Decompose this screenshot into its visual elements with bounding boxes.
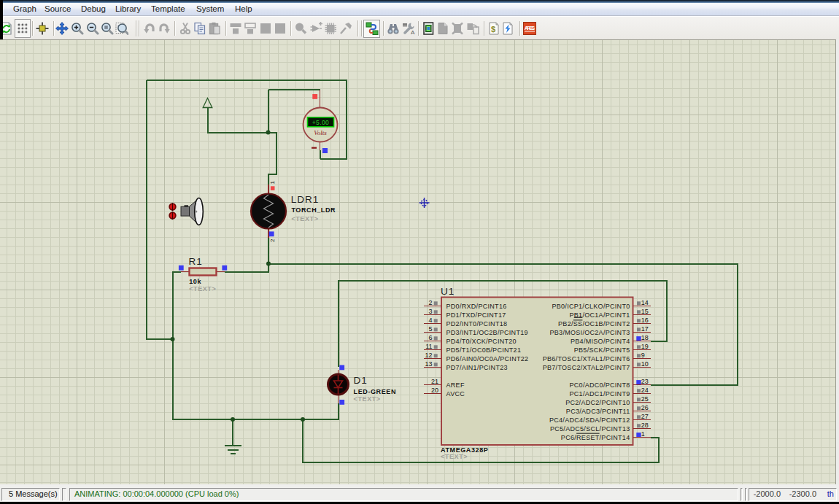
svg-text:D1: D1 <box>354 375 368 386</box>
svg-text:28: 28 <box>641 422 649 429</box>
svg-text:10: 10 <box>641 360 649 368</box>
svg-text:25: 25 <box>641 395 649 403</box>
svg-text:PC3/ADC3/PCINT11: PC3/ADC3/PCINT11 <box>566 408 630 415</box>
svg-text:R1: R1 <box>189 256 203 267</box>
svg-text:PB2/SS/OC1B/PCINT2: PB2/SS/OC1B/PCINT2 <box>558 320 630 327</box>
svg-text:1: 1 <box>269 181 276 185</box>
svg-text:26: 26 <box>641 404 649 411</box>
svg-text:2: 2 <box>428 299 432 306</box>
svg-text:2: 2 <box>269 239 276 242</box>
svg-text:18: 18 <box>641 334 649 341</box>
svg-text:6: 6 <box>428 334 432 341</box>
svg-text:A: A <box>411 29 415 35</box>
svg-text:Volts: Volts <box>314 129 327 136</box>
svg-text:PC5/ADC5/SCL/PCINT13: PC5/ADC5/SCL/PCINT13 <box>550 425 630 433</box>
svg-text:AREF: AREF <box>446 381 465 389</box>
svg-text:20: 20 <box>431 387 438 394</box>
svg-text:PB5/SCK/PCINT5: PB5/SCK/PCINT5 <box>574 346 630 354</box>
svg-text:14: 14 <box>641 299 649 306</box>
svg-text:<TEXT>: <TEXT> <box>291 215 318 222</box>
svg-text:$: $ <box>491 25 495 34</box>
svg-text:PD7/AIN1/PCINT23: PD7/AIN1/PCINT23 <box>446 364 508 371</box>
svg-text:PB3/MOSI/OC2A/PCINT3: PB3/MOSI/OC2A/PCINT3 <box>549 329 630 336</box>
svg-text:PC1/ADC1/PCINT9: PC1/ADC1/PCINT9 <box>569 390 630 398</box>
svg-text:PD4/T0/XCK/PCINT20: PD4/T0/XCK/PCINT20 <box>446 338 517 345</box>
svg-text:PD1/TXD/PCINT17: PD1/TXD/PCINT17 <box>446 311 506 319</box>
svg-text:21: 21 <box>431 378 438 385</box>
svg-text:<TEXT>: <TEXT> <box>441 453 468 460</box>
svg-text:5: 5 <box>428 325 432 333</box>
svg-text:PB0/ICP1/CLKO/PCINT0: PB0/ICP1/CLKO/PCINT0 <box>552 303 630 310</box>
svg-text:3: 3 <box>428 308 432 315</box>
svg-text:LED-GREEN: LED-GREEN <box>354 388 396 395</box>
svg-text:19: 19 <box>641 343 649 350</box>
svg-text:PC0/ADC0/PCINT8: PC0/ADC0/PCINT8 <box>569 381 630 389</box>
svg-text:9: 9 <box>641 352 645 359</box>
svg-text:10k: 10k <box>189 278 201 285</box>
svg-text:PD3/INT1/OC2B/PCINT19: PD3/INT1/OC2B/PCINT19 <box>446 329 528 336</box>
svg-text:<TEXT>: <TEXT> <box>354 395 381 403</box>
svg-text:AVCC: AVCC <box>446 390 465 398</box>
svg-text:24: 24 <box>641 387 649 394</box>
svg-text:PC2/ADC2/PCINT10: PC2/ADC2/PCINT10 <box>565 399 630 406</box>
svg-text:13: 13 <box>425 360 432 368</box>
svg-text:PD6/AIN0/OC0A/PCINT22: PD6/AIN0/OC0A/PCINT22 <box>446 355 529 363</box>
svg-text:PC4/ADC4/SDA/PCINT12: PC4/ADC4/SDA/PCINT12 <box>549 416 630 424</box>
svg-text:PC6/RESET/PCINT14: PC6/RESET/PCINT14 <box>561 434 630 441</box>
svg-text:16: 16 <box>641 317 649 324</box>
svg-text:LDR1: LDR1 <box>291 194 320 205</box>
svg-text:PD0/RXD/PCINT16: PD0/RXD/PCINT16 <box>446 303 507 310</box>
svg-text:PB6/TOSC1/XTAL1/PCINT6: PB6/TOSC1/XTAL1/PCINT6 <box>543 355 630 363</box>
svg-text:PB7/TOSC2/XTAL2/PCINT7: PB7/TOSC2/XTAL2/PCINT7 <box>543 364 630 371</box>
svg-text:TORCH_LDR: TORCH_LDR <box>291 206 336 214</box>
svg-text:4: 4 <box>428 317 432 324</box>
svg-text:PB4/MISO/PCINT4: PB4/MISO/PCINT4 <box>571 338 630 345</box>
svg-text:1: 1 <box>641 430 645 438</box>
svg-text:27: 27 <box>641 413 649 420</box>
svg-text:23: 23 <box>641 378 649 385</box>
svg-text:ARES: ARES <box>525 25 536 31</box>
svg-text:U1: U1 <box>441 286 455 297</box>
svg-text:12: 12 <box>425 352 432 359</box>
svg-text:PD5/T1/OC0B/PCINT21: PD5/T1/OC0B/PCINT21 <box>446 346 522 354</box>
svg-text:17: 17 <box>641 325 649 333</box>
svg-text:+5.00: +5.00 <box>312 119 330 126</box>
svg-text:PD2/INT0/PCINT18: PD2/INT0/PCINT18 <box>446 320 508 327</box>
svg-text:15: 15 <box>641 308 649 315</box>
svg-text:11: 11 <box>425 343 432 350</box>
svg-text:<TEXT>: <TEXT> <box>189 285 216 292</box>
